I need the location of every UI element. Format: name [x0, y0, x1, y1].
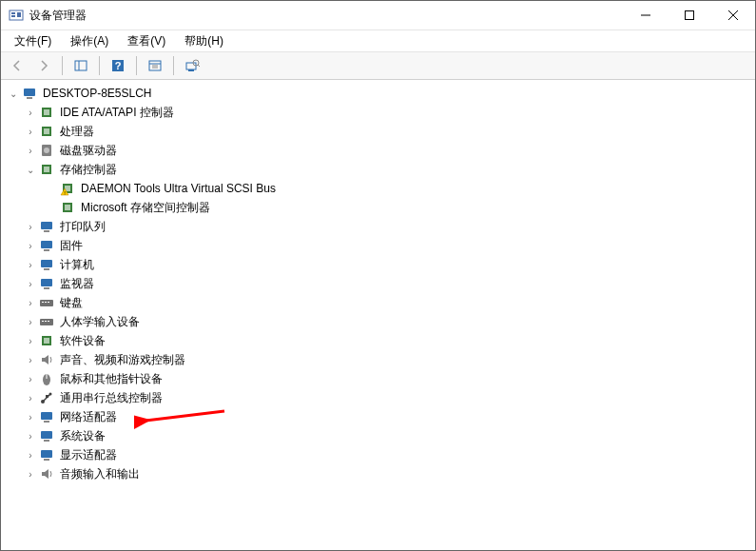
tree-category-label: 打印队列 — [58, 218, 107, 236]
soft-icon — [39, 333, 54, 348]
menu-file[interactable]: 文件(F) — [7, 31, 59, 51]
tree-category-keyboard[interactable]: › 键盘 — [3, 293, 753, 312]
menu-bar: 文件(F) 操作(A) 查看(V) 帮助(H) — [1, 30, 755, 52]
expander-icon[interactable]: › — [24, 108, 37, 118]
tree-category-hid[interactable]: › 人体学输入设备 — [3, 312, 753, 331]
expander-icon[interactable]: › — [24, 393, 37, 403]
tree-category-label: 显示适配器 — [58, 446, 119, 464]
tree-category-storage[interactable]: ⌄ 存储控制器 — [3, 160, 753, 179]
expander-icon[interactable]: › — [24, 469, 37, 480]
title-bar: 设备管理器 — [1, 1, 755, 30]
svg-point-27 — [44, 148, 49, 153]
expander-icon[interactable]: › — [24, 241, 37, 251]
tree-category-label: 人体学输入设备 — [58, 313, 142, 331]
tree-category-label: 软件设备 — [58, 332, 107, 350]
tree-category-mouse[interactable]: › 鼠标和其他指针设备 — [3, 369, 753, 388]
expander-icon[interactable]: › — [24, 431, 37, 442]
svg-rect-23 — [44, 109, 49, 115]
tree-category-system[interactable]: › 系统设备 — [3, 426, 753, 445]
tree-category-audioio[interactable]: › 音频输入和输出 — [3, 464, 753, 483]
svg-rect-45 — [45, 302, 47, 303]
show-hide-tree-button[interactable] — [68, 53, 93, 78]
svg-rect-58 — [46, 395, 48, 398]
tree-category-usb[interactable]: › 通用串行总线控制器 — [3, 388, 753, 407]
display-icon — [39, 447, 54, 462]
tree-category-ide[interactable]: › IDE ATA/ATAPI 控制器 — [3, 103, 753, 122]
tree-category-printq[interactable]: › 打印队列 — [3, 217, 753, 236]
tree-category-cpu[interactable]: › 处理器 — [3, 122, 753, 141]
svg-rect-60 — [44, 421, 49, 423]
svg-rect-43 — [40, 300, 53, 306]
expander-icon[interactable]: › — [24, 260, 37, 270]
svg-rect-47 — [40, 319, 53, 325]
expander-icon[interactable]: › — [24, 317, 37, 327]
storage-icon: ! — [60, 181, 75, 196]
tree-category-computer[interactable]: › 计算机 — [3, 255, 753, 274]
expander-icon[interactable]: › — [24, 336, 37, 346]
tree-root-label: DESKTOP-8E5SLCH — [41, 86, 154, 101]
tree-device-msstor[interactable]: Microsoft 存储空间控制器 — [3, 198, 753, 217]
help-button[interactable]: ? — [106, 53, 130, 78]
device-tree[interactable]: ⌄ DESKTOP-8E5SLCH › IDE ATA/ATAPI 控制器 › … — [1, 80, 755, 550]
network-icon — [39, 409, 54, 424]
expander-icon[interactable]: › — [24, 374, 37, 384]
expander-icon[interactable]: › — [24, 146, 37, 156]
toolbar-separator — [136, 56, 137, 75]
tree-root[interactable]: ⌄ DESKTOP-8E5SLCH — [3, 84, 753, 103]
svg-rect-63 — [41, 450, 52, 458]
tree-category-firmware[interactable]: › 固件 — [3, 236, 753, 255]
storage-icon — [39, 162, 54, 177]
svg-rect-35 — [41, 222, 52, 229]
tree-category-label: 声音、视频和游戏控制器 — [58, 351, 187, 369]
expander-icon[interactable]: › — [24, 279, 37, 289]
chip-icon — [39, 238, 54, 253]
expander-icon[interactable]: › — [24, 298, 37, 308]
menu-view[interactable]: 查看(V) — [120, 31, 173, 51]
menu-help[interactable]: 帮助(H) — [177, 31, 231, 51]
tree-device-daemon[interactable]: ! DAEMON Tools Ultra Virtual SCSI Bus — [3, 179, 753, 198]
svg-rect-25 — [44, 128, 49, 134]
tree-category-label: 固件 — [58, 237, 85, 255]
svg-rect-3 — [17, 12, 21, 17]
expander-icon[interactable]: › — [24, 222, 37, 232]
properties-button[interactable] — [143, 53, 167, 78]
svg-rect-8 — [75, 61, 87, 70]
svg-rect-37 — [41, 241, 52, 248]
window-controls — [624, 1, 755, 30]
tree-category-network[interactable]: › 网络适配器 — [3, 407, 753, 426]
scan-hardware-button[interactable] — [180, 53, 204, 78]
tree-category-label: 鼠标和其他指针设备 — [58, 370, 165, 388]
sound-icon — [39, 466, 54, 482]
computer-icon — [22, 86, 37, 101]
tree-category-softdev[interactable]: › 软件设备 — [3, 331, 753, 350]
expander-icon[interactable]: ⌄ — [7, 89, 20, 99]
svg-rect-21 — [27, 97, 32, 99]
svg-rect-42 — [44, 287, 49, 289]
svg-rect-40 — [44, 268, 49, 270]
menu-action[interactable]: 操作(A) — [63, 31, 116, 51]
svg-rect-36 — [44, 230, 49, 232]
forward-button — [31, 53, 56, 78]
system-icon — [39, 428, 54, 443]
svg-rect-41 — [41, 279, 52, 286]
device-manager-window: 设备管理器 文件(F) 操作(A) 查看(V) 帮助(H) ? ⌄ DESKTO… — [0, 0, 756, 551]
maximize-button[interactable] — [668, 1, 711, 30]
tree-category-sound[interactable]: › 声音、视频和游戏控制器 — [3, 350, 753, 369]
tree-category-monitor[interactable]: › 监视器 — [3, 274, 753, 293]
sound-icon — [39, 352, 54, 367]
tree-category-display[interactable]: › 显示适配器 — [3, 445, 753, 464]
svg-rect-16 — [186, 63, 196, 69]
svg-rect-50 — [48, 321, 49, 322]
expander-icon[interactable]: › — [24, 412, 37, 423]
print-icon — [39, 219, 54, 234]
expander-icon[interactable]: › — [24, 127, 37, 137]
minimize-button[interactable] — [624, 1, 668, 30]
expander-icon[interactable]: ⌄ — [24, 165, 37, 175]
tree-category-disk[interactable]: › 磁盘驱动器 — [3, 141, 753, 160]
svg-rect-49 — [45, 321, 47, 322]
expander-icon[interactable]: › — [24, 450, 37, 461]
toolbar-separator — [99, 56, 100, 75]
svg-rect-62 — [44, 440, 49, 442]
close-button[interactable] — [711, 1, 755, 30]
expander-icon[interactable]: › — [24, 355, 37, 365]
